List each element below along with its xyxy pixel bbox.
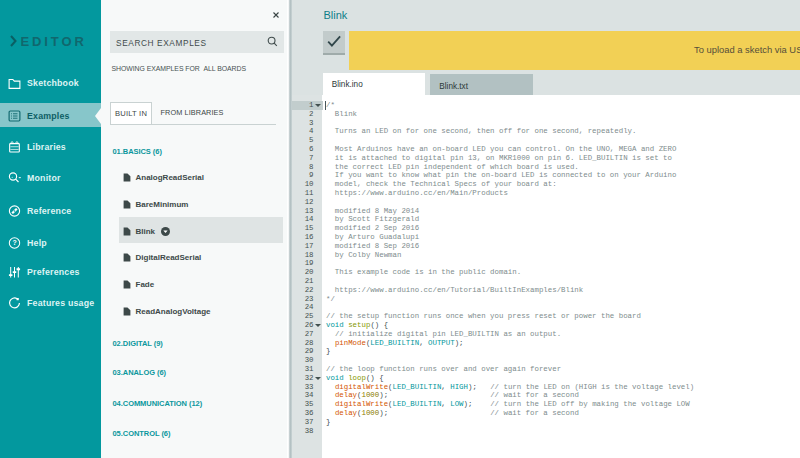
svg-text:?: ? xyxy=(12,239,16,246)
